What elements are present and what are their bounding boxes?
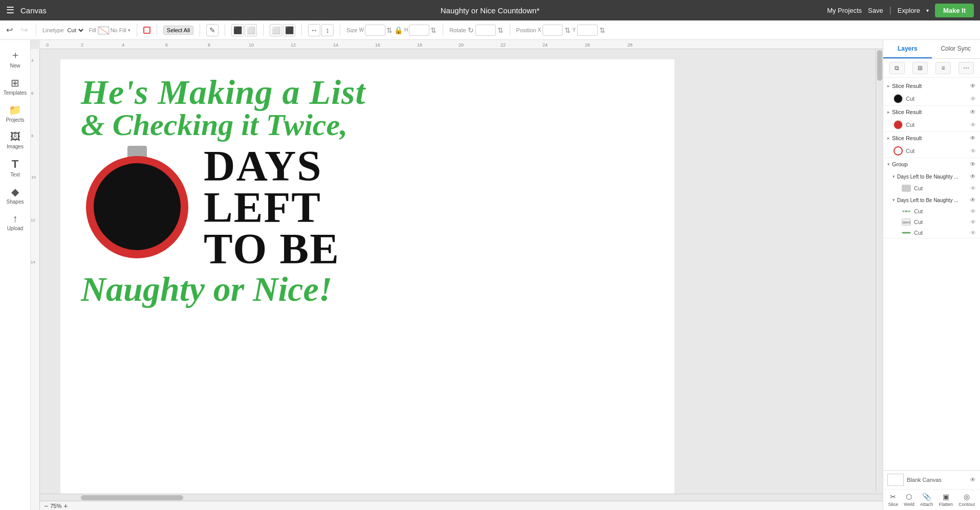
arrange-back-icon[interactable]: ⬛ — [283, 24, 295, 36]
contour-tool-button[interactable]: ◎ Contour — [959, 493, 975, 507]
panel-more-icon[interactable]: ⋯ — [959, 62, 974, 74]
zoom-in-icon[interactable]: + — [63, 502, 68, 510]
height-input[interactable] — [409, 25, 429, 36]
canvas-area[interactable]: 0 2 4 6 8 10 12 14 16 18 20 22 24 26 28 … — [31, 40, 883, 510]
undo-icon[interactable]: ↩ — [4, 24, 15, 36]
pos-x-input[interactable] — [542, 25, 563, 36]
group-sub1-header[interactable]: ▾ Days Left to Be Naughty ... 👁 — [888, 170, 980, 183]
sidebar-item-projects[interactable]: 📁 Projects — [2, 101, 29, 126]
linetype-control: Linetype Cut — [42, 27, 85, 34]
flatten-tool-button[interactable]: ▣ Flatten — [939, 493, 953, 507]
arrange-forward-icon[interactable]: ⬜ — [270, 24, 282, 36]
menu-icon[interactable]: ☰ — [6, 5, 14, 16]
group-eye-icon[interactable]: 👁 — [970, 161, 976, 168]
zoom-value[interactable]: 75% — [50, 503, 61, 509]
sub2-item-eye-icon-0[interactable]: 👁 — [970, 208, 976, 214]
vertical-scrollbar-thumb[interactable] — [877, 50, 882, 81]
nav-divider: | — [889, 6, 891, 15]
height-stepper-icon[interactable]: ⇅ — [430, 26, 437, 34]
group-sub2-header[interactable]: ▾ Days Left to Be Naughty ... 👁 — [888, 194, 980, 206]
ruler-v-tick6: 14 — [31, 260, 35, 264]
sidebar-item-upload[interactable]: ↑ Upload — [2, 210, 29, 234]
select-all-button[interactable]: Select All — [163, 26, 193, 35]
weld-tool-button[interactable]: ⬡ Weld — [904, 493, 914, 507]
linetype-select[interactable]: Cut — [66, 27, 85, 34]
sub1-item-eye-icon[interactable]: 👁 — [970, 185, 976, 191]
flatten-label: Flatten — [939, 502, 953, 507]
sub1-item-0[interactable]: Cut 👁 — [888, 183, 980, 194]
save-button[interactable]: Save — [868, 7, 883, 14]
canvas-label: Canvas — [20, 6, 47, 15]
sidebar-item-shapes[interactable]: ◆ Shapes — [2, 183, 29, 208]
layer-header-slice1[interactable]: ▸ Slice Result 👁 — [883, 80, 980, 92]
pos-x-label: X — [538, 27, 541, 33]
slice3-item-eye-icon[interactable]: 👁 — [970, 148, 976, 154]
my-projects-link[interactable]: My Projects — [827, 7, 862, 14]
vertical-scrollbar[interactable] — [876, 49, 883, 492]
sidebar-item-text[interactable]: T Text — [2, 154, 29, 181]
ornament-inner — [94, 163, 181, 250]
tab-color-sync[interactable]: Color Sync — [932, 40, 981, 58]
slice-tool-button[interactable]: ✂ Slice — [888, 493, 899, 507]
tab-layers[interactable]: Layers — [883, 40, 932, 58]
redo-icon[interactable]: ↪ — [19, 24, 30, 36]
sub2-eye-icon[interactable]: 👁 — [970, 196, 976, 204]
ruler-left: 4 6 8 10 12 14 — [31, 49, 40, 510]
horizontal-scrollbar-thumb[interactable] — [81, 495, 183, 500]
canvas-label-bottom: Blank Canvas — [907, 477, 967, 483]
lock-aspect-icon[interactable]: 🔒 — [394, 26, 403, 34]
rotate-stepper-icon[interactable]: ⇅ — [497, 26, 504, 34]
panel-group-icon[interactable]: ⊞ — [912, 62, 928, 74]
layer-header-group[interactable]: ▾ Group 👁 — [883, 158, 980, 170]
horizontal-scrollbar[interactable] — [40, 494, 883, 501]
toolbar-separator-1 — [36, 24, 36, 36]
line-color-swatch[interactable] — [143, 27, 150, 34]
layer-header-slice2[interactable]: ▸ Slice Result 👁 — [883, 106, 980, 118]
flip-vertical-icon[interactable]: ↕ — [321, 24, 334, 36]
layers-list[interactable]: ▸ Slice Result 👁 Cut 👁 ▸ Slice Result 👁 — [883, 78, 980, 470]
align-left-icon[interactable]: ⬛ — [231, 24, 244, 36]
rotate-input[interactable] — [475, 25, 496, 36]
flip-horizontal-icon[interactable]: ↔ — [308, 24, 320, 36]
width-stepper-icon[interactable]: ⇅ — [386, 26, 393, 34]
zoom-out-icon[interactable]: − — [44, 502, 48, 510]
panel-align-icon[interactable]: ≡ — [935, 62, 951, 74]
edit-button[interactable]: ✎ — [206, 24, 219, 36]
panel-duplicate-icon[interactable]: ⧉ — [889, 62, 905, 74]
canvas-eye-icon[interactable]: 👁 — [970, 476, 976, 483]
make-it-button[interactable]: Make It — [935, 4, 974, 17]
ruler-left-ticks: 4 6 8 10 12 14 — [31, 49, 39, 510]
slice3-item-0[interactable]: Cut 👁 — [883, 144, 980, 158]
slice1-eye-icon[interactable]: 👁 — [970, 82, 976, 90]
attach-tool-button[interactable]: 📎 Attach — [920, 493, 933, 507]
sub2-item-eye-icon-1[interactable]: 👁 — [970, 219, 976, 225]
canvas-viewport[interactable]: He's Making a List & Checking it Twice, — [40, 49, 883, 501]
sub2-item-1[interactable]: DAYS Cut 👁 — [888, 216, 980, 228]
sub2-item-eye-icon-2[interactable]: 👁 — [970, 230, 976, 236]
pos-y-stepper-icon[interactable]: ⇅ — [599, 26, 605, 34]
sub2-item-0[interactable]: Cut 👁 — [888, 206, 980, 216]
toolbar-separator-3 — [157, 24, 157, 36]
slice2-item-0[interactable]: Cut 👁 — [883, 118, 980, 131]
slice3-eye-icon[interactable]: 👁 — [970, 135, 976, 142]
slice2-item-eye-icon[interactable]: 👁 — [970, 122, 976, 128]
slice2-eye-icon[interactable]: 👁 — [970, 108, 976, 116]
sidebar-item-templates[interactable]: ⊞ Templates — [2, 74, 29, 99]
slice1-item-0[interactable]: Cut 👁 — [883, 92, 980, 105]
upload-icon: ↑ — [13, 213, 18, 225]
slice1-item-eye-icon[interactable]: 👁 — [970, 96, 976, 102]
fill-swatch[interactable] — [98, 26, 109, 34]
sub1-eye-icon[interactable]: 👁 — [970, 173, 976, 180]
layer-header-slice3[interactable]: ▸ Slice Result 👁 — [883, 132, 980, 144]
pos-y-input[interactable] — [577, 25, 598, 36]
sidebar-item-images[interactable]: 🖼 Images — [2, 128, 29, 152]
fill-chevron-icon[interactable]: ▾ — [128, 28, 130, 33]
width-input[interactable] — [365, 25, 385, 36]
ruler-num-18: 18 — [417, 42, 422, 48]
art-bottom: Naughty or Nice! — [81, 269, 654, 309]
align-right-icon[interactable]: ⬜ — [245, 24, 257, 36]
sub2-item-2[interactable]: Cut 👁 — [888, 228, 980, 238]
pos-x-stepper-icon[interactable]: ⇅ — [564, 26, 571, 34]
explore-button[interactable]: Explore — [898, 7, 920, 14]
sidebar-item-new[interactable]: ＋ New — [2, 45, 29, 72]
